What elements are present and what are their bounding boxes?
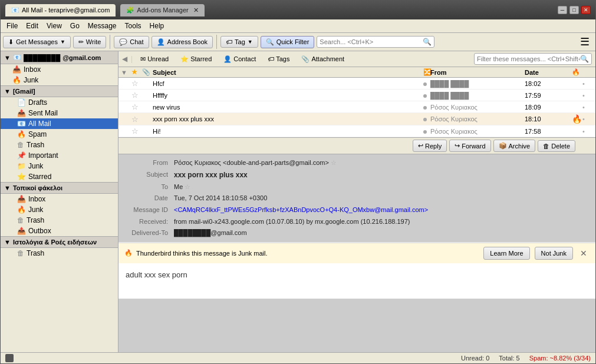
filter-attachment[interactable]: 📎 Attachment	[297, 54, 348, 65]
tag-arrow[interactable]: ▼	[248, 39, 253, 45]
filter-search[interactable]: 🔍	[474, 53, 592, 65]
get-messages-button[interactable]: ⬇ Get Messages ▼	[3, 36, 71, 48]
minimize-button[interactable]: ─	[558, 6, 567, 14]
star-icon[interactable]: ☆	[131, 127, 142, 135]
extra-cell: •	[582, 80, 593, 87]
star-icon[interactable]: ☆	[131, 79, 142, 88]
account-icon: ▼	[4, 54, 11, 61]
search-box[interactable]: 🔍	[317, 36, 434, 48]
filter-contact[interactable]: 👤 Contact	[219, 54, 260, 65]
close-button[interactable]: ✕	[581, 6, 591, 14]
learn-more-button[interactable]: Learn More	[483, 247, 529, 260]
to-value: Me ☆	[174, 182, 588, 193]
table-row[interactable]: ☆ new virus Ρόσος Κυριακος 18:09 •	[118, 101, 595, 113]
sidebar: ▼ 📧 ████████@gmail.com 📥 Inbox 🔥 Junk ▼ …	[1, 51, 118, 352]
filter-search-input[interactable]	[477, 55, 580, 62]
forward-button[interactable]: ↪ Forward	[449, 140, 490, 152]
menu-edit[interactable]: Edit	[22, 21, 42, 31]
from-cell: ████ ████	[430, 92, 525, 99]
msgid-link[interactable]: <CAMqRC4lkxF_ttPWEs5GzPrfksb+fzXABnDpvoc…	[174, 206, 428, 213]
menu-file[interactable]: File	[3, 21, 21, 31]
filter-bar: ◀ | ✉ Unread ⭐ Starred 👤 Contact 🏷 Tags	[118, 51, 595, 67]
local-junk-icon: 🔥	[17, 206, 26, 214]
chat-button[interactable]: 💬 Chat	[114, 36, 149, 48]
sidebar-item-junk[interactable]: 🔥 Junk	[1, 75, 118, 85]
table-row[interactable]: ☆ xxx porn xxx plus xxx Ρόσος Κυριακος 1…	[118, 113, 595, 125]
dot-indicator	[423, 92, 430, 99]
star-icon[interactable]: ☆	[131, 102, 142, 111]
important-icon: 📌	[17, 151, 26, 160]
sidebar-item-sent-mail[interactable]: 📤 Sent Mail	[1, 108, 118, 118]
sidebar-item-local-junk[interactable]: 🔥 Junk	[1, 204, 118, 215]
dot-indicator	[423, 115, 430, 123]
sidebar-item-starred[interactable]: ⭐ Starred	[1, 171, 118, 182]
table-row[interactable]: ☆ Hffffy ████ ████ 17:59 •	[118, 90, 595, 101]
sidebar-item-trash-gmail[interactable]: 🗑 Trash	[1, 140, 118, 150]
col-date-header[interactable]: Date	[525, 69, 572, 76]
date-cell: 18:09	[525, 104, 572, 111]
sidebar-item-important[interactable]: 📌 Important	[1, 150, 118, 161]
junk-close-button[interactable]: ✕	[578, 247, 590, 259]
detail-scroll[interactable]: From Ρόσος Κυριακος <double-and-part-par…	[118, 154, 595, 352]
menu-tools[interactable]: Tools	[121, 21, 145, 31]
search-icon[interactable]: 🔍	[423, 38, 432, 46]
sidebar-item-news-trash[interactable]: 🗑 Trash	[1, 248, 118, 259]
dot-indicator	[423, 104, 430, 111]
maximize-button[interactable]: □	[569, 6, 579, 14]
star-icon[interactable]: ☆	[131, 115, 142, 124]
addon-tab[interactable]: 🧩 Add-ons Manager ✕	[120, 4, 204, 16]
col-from-header[interactable]: From	[430, 69, 525, 76]
search-input[interactable]	[320, 38, 423, 45]
filter-back-icon[interactable]: ◀	[122, 55, 127, 63]
star-icon[interactable]: ☆	[131, 91, 142, 100]
to-star[interactable]: ☆	[185, 183, 190, 190]
menu-view[interactable]: View	[43, 21, 65, 31]
sidebar-item-inbox[interactable]: 📥 Inbox	[1, 64, 118, 75]
addon-tab-close[interactable]: ✕	[193, 6, 199, 14]
star-filter-icon: ⭐	[180, 55, 189, 63]
sidebar-item-local-trash[interactable]: 🗑 Trash	[1, 215, 118, 226]
delete-button[interactable]: 🗑 Delete	[538, 140, 575, 152]
inbox-icon: 📥	[12, 65, 21, 74]
get-messages-arrow[interactable]: ▼	[60, 39, 65, 45]
star-from[interactable]: ☆	[331, 159, 337, 166]
message-list-header: ▼ ★ 📎 Subject 🔀 From Date 🔥	[118, 67, 595, 78]
reply-button[interactable]: ↩ Reply	[413, 140, 447, 152]
menu-go[interactable]: Go	[67, 21, 83, 31]
address-book-button[interactable]: 👤 Address Book	[152, 36, 213, 48]
tag-button[interactable]: 🏷 Tag ▼	[220, 36, 258, 48]
sidebar-item-outbox[interactable]: 📤 Outbox	[1, 226, 118, 236]
table-row[interactable]: ☆ Hfcf ████ ████ 18:02 •	[118, 78, 595, 90]
table-row[interactable]: ☆ Hi! Ρόσος Κυριακος 17:58 •	[118, 125, 595, 137]
sidebar-local-section[interactable]: ▼ Τοπικοί φάκελοι	[1, 182, 118, 194]
sidebar-gmail-section[interactable]: ▼ [Gmail]	[1, 85, 118, 97]
from-cell: ████ ████	[430, 80, 525, 87]
filter-search-icon[interactable]: 🔍	[580, 55, 589, 63]
sidebar-item-local-inbox[interactable]: 📥 Inbox	[1, 194, 118, 204]
dot-indicator	[423, 80, 430, 87]
extra-cell: •	[582, 115, 593, 123]
menu-message[interactable]: Message	[84, 21, 120, 31]
date-cell: 18:02	[525, 80, 572, 87]
spam-icon: 🔥	[17, 130, 26, 138]
menu-help[interactable]: Help	[146, 21, 168, 31]
total-count: Total: 5	[499, 355, 519, 362]
sidebar-item-spam[interactable]: 🔥 Spam	[1, 129, 118, 140]
quick-filter-button[interactable]: 🔍 Quick Filter	[261, 36, 315, 48]
archive-button[interactable]: 📦 Archive	[493, 140, 536, 152]
sidebar-item-junk2[interactable]: 📁 Junk	[1, 161, 118, 171]
filter-unread[interactable]: ✉ Unread	[136, 54, 173, 65]
sidebar-item-drafts[interactable]: 📄 Drafts	[1, 97, 118, 108]
sidebar-item-all-mail[interactable]: 📧 All Mail	[1, 118, 118, 129]
main-tab[interactable]: 📧 All Mail - teraprive@gmail.com	[5, 4, 116, 16]
filter-tags[interactable]: 🏷 Tags	[264, 54, 294, 64]
filter-starred[interactable]: ⭐ Starred	[176, 54, 216, 65]
sidebar-news-section[interactable]: ▼ Ιστολόγια & Ροές ειδήσεων	[1, 236, 118, 248]
date-label: Date	[126, 193, 173, 204]
menu-button[interactable]: ☰	[577, 35, 593, 48]
col-subject-header[interactable]: Subject	[153, 69, 423, 76]
write-button[interactable]: ✏ Write	[73, 36, 106, 48]
not-junk-button[interactable]: Not Junk	[535, 247, 573, 260]
sidebar-account[interactable]: ▼ 📧 ████████@gmail.com	[1, 51, 118, 64]
extra-cell: •	[582, 92, 593, 99]
